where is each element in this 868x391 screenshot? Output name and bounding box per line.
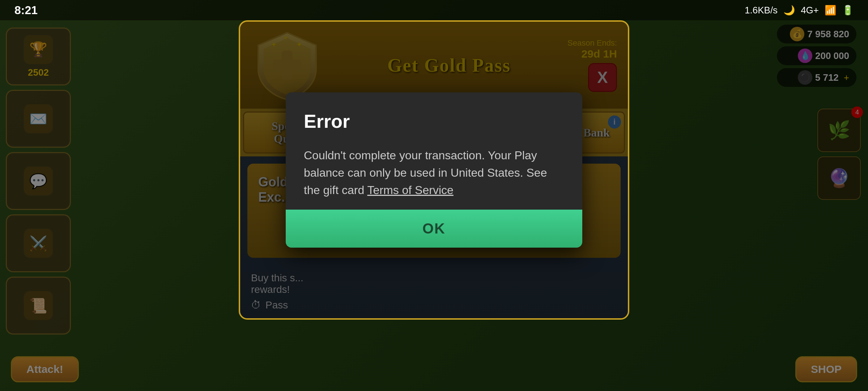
error-dialog: Error Couldn't complete your transaction… <box>286 92 582 248</box>
moon-icon: 🌙 <box>783 5 795 16</box>
error-ok-button[interactable]: OK <box>286 210 582 248</box>
error-dialog-overlay: Error Couldn't complete your transaction… <box>240 22 628 318</box>
modal-overlay: ✦ ✦ ✦ Get Gold Pass Season Ends: 29d 1H … <box>0 0 868 391</box>
signal-bars-icon: 📶 <box>825 5 836 16</box>
error-content: Error Couldn't complete your transaction… <box>286 92 582 210</box>
status-icons: 1.6KB/s 🌙 4G+ 📶 🔋 <box>745 5 854 16</box>
battery-icon: 🔋 <box>842 5 854 16</box>
gold-pass-modal: ✦ ✦ ✦ Get Gold Pass Season Ends: 29d 1H … <box>239 20 629 320</box>
error-message: Couldn't complete your transaction. Your… <box>304 147 564 199</box>
error-title: Error <box>304 110 564 132</box>
terms-of-service-link[interactable]: Terms of Service <box>367 184 454 197</box>
network-speed: 1.6KB/s <box>745 5 778 16</box>
signal-icon: 4G+ <box>801 5 819 16</box>
status-bar: 8:21 1.6KB/s 🌙 4G+ 📶 🔋 <box>0 0 868 20</box>
status-time: 8:21 <box>14 4 38 17</box>
